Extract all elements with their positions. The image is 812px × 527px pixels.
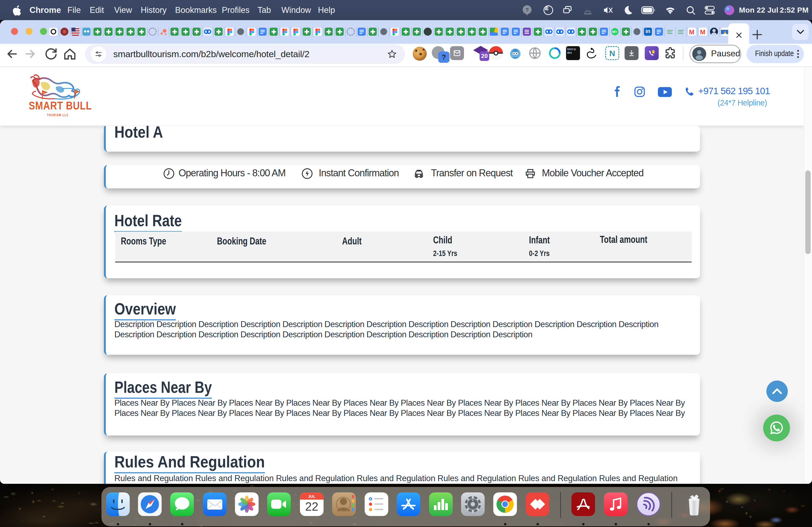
svg-text:JUL: JUL xyxy=(308,494,316,499)
svg-text:?: ? xyxy=(525,7,529,13)
svg-text:22: 22 xyxy=(305,500,318,513)
